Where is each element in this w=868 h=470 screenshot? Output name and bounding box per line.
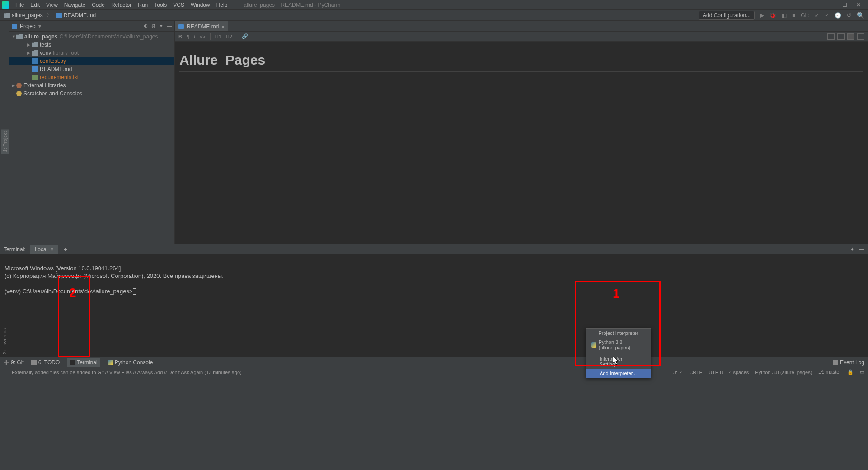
popup-item-current-interpreter[interactable]: Python 3.8 (allure_pages) xyxy=(586,338,651,352)
git-commit-icon[interactable]: ✓ xyxy=(825,12,829,19)
git-update-icon[interactable]: ↙ xyxy=(815,12,819,19)
bold-button[interactable]: B xyxy=(178,34,182,39)
paragraph-button[interactable]: ¶ xyxy=(187,34,189,39)
preview-heading: Allure_Pages xyxy=(179,52,863,72)
menu-help[interactable]: Help xyxy=(214,1,230,9)
tree-external-libraries[interactable]: External Libraries xyxy=(9,81,174,89)
mouse-cursor-icon xyxy=(613,356,619,365)
locate-icon[interactable]: ⊕ xyxy=(144,23,148,29)
titlebar: File Edit View Navigate Code Refactor Ru… xyxy=(0,0,868,10)
menu-navigate[interactable]: Navigate xyxy=(61,1,88,9)
italic-button[interactable]: I xyxy=(194,34,195,39)
git-branch-widget[interactable]: ⎇ master xyxy=(818,369,841,375)
indent-setting[interactable]: 4 spaces xyxy=(729,370,749,375)
event-log-button[interactable]: Event Log xyxy=(833,359,864,366)
python-icon xyxy=(591,342,596,348)
h2-button[interactable]: H2 xyxy=(226,34,232,39)
gutter-favorites[interactable]: 2: Favorites xyxy=(2,328,7,354)
breadcrumb-project[interactable]: allure_pages xyxy=(12,12,43,19)
hide-icon[interactable]: — xyxy=(167,23,172,29)
status-icon[interactable] xyxy=(4,370,9,375)
menu-file[interactable]: File xyxy=(13,1,27,9)
minimize-button[interactable]: — xyxy=(828,2,833,8)
project-view-title[interactable]: Project xyxy=(20,23,37,29)
list-icon xyxy=(31,360,37,365)
tree-folder-tests[interactable]: tests xyxy=(9,41,174,49)
project-view-icon xyxy=(12,24,17,29)
git-history-icon[interactable]: 🕘 xyxy=(835,12,841,19)
git-rollback-icon[interactable]: ↺ xyxy=(847,12,851,19)
tree-scratches[interactable]: Scratches and Consoles xyxy=(9,89,174,98)
log-icon xyxy=(833,360,838,365)
memory-indicator[interactable]: ▭ xyxy=(860,369,864,375)
window-title: allure_pages – README.md - PyCharm xyxy=(244,2,340,8)
tree-folder-venv[interactable]: venv library root xyxy=(9,49,174,57)
coverage-icon[interactable]: ◧ xyxy=(782,12,787,19)
tree-file-readme[interactable]: README.md xyxy=(9,65,174,73)
close-terminal-tab-icon[interactable]: × xyxy=(50,246,53,253)
search-everywhere-icon[interactable]: 🔍 xyxy=(857,12,864,19)
bottom-python-console-button[interactable]: Python Console xyxy=(108,359,153,366)
gutter-project[interactable]: 1: Project xyxy=(1,129,9,154)
bottom-tool-stripe: 9: Git 6: TODO Terminal Python Console E… xyxy=(0,357,868,367)
menu-run[interactable]: Run xyxy=(135,1,150,9)
status-message[interactable]: Externally added files can be added to G… xyxy=(12,370,242,375)
terminal-icon xyxy=(70,360,75,365)
annotation-label-1: 1 xyxy=(613,287,620,301)
terminal-settings-icon[interactable]: ✦ xyxy=(850,246,854,253)
editor-only-view-icon[interactable] xyxy=(827,33,835,40)
markdown-preview[interactable]: Allure_Pages xyxy=(175,42,868,244)
menu-edit[interactable]: Edit xyxy=(28,1,42,9)
breadcrumb-separator: 〉 xyxy=(47,11,52,19)
stop-icon[interactable]: ■ xyxy=(792,12,795,19)
expand-icon[interactable]: ⇵ xyxy=(151,23,155,29)
add-configuration-button[interactable]: Add Configuration... xyxy=(699,11,755,20)
folder-icon xyxy=(4,13,10,18)
menu-view[interactable]: View xyxy=(43,1,61,9)
add-terminal-button[interactable]: + xyxy=(60,246,70,253)
menu-refactor[interactable]: Refactor xyxy=(108,1,134,9)
interpreter-widget[interactable]: Python 3.8 (allure_pages) xyxy=(755,370,812,375)
annotation-label-2: 2 xyxy=(69,286,76,300)
line-separator[interactable]: CRLF xyxy=(689,370,702,375)
caret-position[interactable]: 3:14 xyxy=(673,370,683,375)
editor-area: README.md × B ¶ I <> H1 H2 🔗 Allure_Page… xyxy=(175,21,868,244)
left-tool-stripe: 1: Project 7: Structure Commit xyxy=(0,21,9,244)
preview-html-icon[interactable] xyxy=(857,33,864,40)
interpreter-popup: Project Interpreter Python 3.8 (allure_p… xyxy=(586,328,651,378)
menu-window[interactable]: Window xyxy=(188,1,213,9)
library-icon xyxy=(16,83,22,88)
maximize-button[interactable]: ☐ xyxy=(842,2,847,8)
menu-code[interactable]: Code xyxy=(89,1,108,9)
link-button[interactable]: 🔗 xyxy=(242,33,248,39)
navigation-bar: allure_pages 〉 README.md Add Configurati… xyxy=(0,10,868,21)
menu-vcs[interactable]: VCS xyxy=(170,1,187,9)
settings-icon[interactable]: ✦ xyxy=(159,23,163,29)
terminal-hide-icon[interactable]: — xyxy=(859,246,864,253)
file-encoding[interactable]: UTF-8 xyxy=(708,370,723,375)
editor-split-view-icon[interactable] xyxy=(837,33,845,40)
run-icon[interactable]: ▶ xyxy=(760,12,764,19)
popup-title: Project Interpreter xyxy=(586,329,651,338)
tree-file-conftest[interactable]: conftest.py xyxy=(9,57,174,65)
editor-tab-readme[interactable]: README.md × xyxy=(175,21,228,31)
terminal-tab-local[interactable]: Local × xyxy=(30,245,58,254)
bottom-todo-button[interactable]: 6: TODO xyxy=(31,359,60,366)
code-button[interactable]: <> xyxy=(200,34,206,39)
project-tree[interactable]: allure_pages C:\Users\ih\Documents\dev\a… xyxy=(9,32,174,99)
debug-icon[interactable]: 🐞 xyxy=(769,12,776,19)
terminal-output[interactable]: Microsoft Windows [Version 10.0.19041.26… xyxy=(0,254,868,357)
tree-file-requirements[interactable]: requirements.txt xyxy=(9,73,174,81)
project-view-dropdown-icon[interactable]: ▾ xyxy=(38,23,41,29)
preview-only-view-icon[interactable] xyxy=(847,33,854,40)
readonly-lock-icon[interactable]: 🔒 xyxy=(847,369,854,375)
tree-root[interactable]: allure_pages C:\Users\ih\Documents\dev\a… xyxy=(9,33,174,41)
breadcrumb-file[interactable]: README.md xyxy=(64,12,96,19)
menu-tools[interactable]: Tools xyxy=(151,1,169,9)
python-icon xyxy=(108,360,113,365)
popup-item-add-interpreter[interactable]: Add Interpreter... xyxy=(586,369,651,378)
close-button[interactable]: ✕ xyxy=(856,2,861,8)
close-tab-icon[interactable]: × xyxy=(221,24,224,29)
bottom-terminal-button[interactable]: Terminal xyxy=(67,358,100,367)
h1-button[interactable]: H1 xyxy=(215,34,221,39)
